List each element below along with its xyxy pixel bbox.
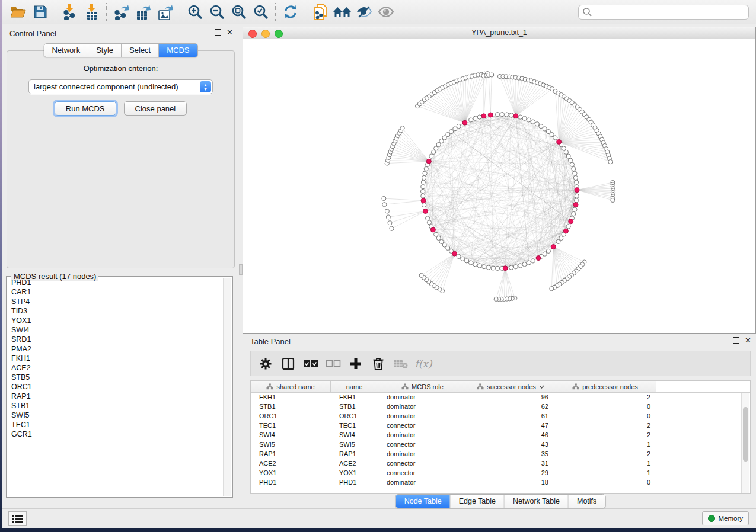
mcds-result-item[interactable]: SRD1 — [8, 335, 223, 344]
tab-network-table[interactable]: Network Table — [505, 495, 569, 508]
table-row[interactable]: SWI4SWI4dominator462 — [251, 431, 750, 440]
maximize-window-icon[interactable] — [275, 30, 283, 38]
table-body[interactable]: FKH1FKH1dominator962STB1STB1dominator620… — [251, 393, 750, 488]
close-window-icon[interactable] — [248, 30, 257, 38]
mcds-hub-node[interactable] — [488, 113, 493, 117]
zoom-fit-icon[interactable] — [228, 2, 250, 22]
mcds-hub-node[interactable] — [575, 188, 579, 193]
close-panel-icon[interactable]: ✕ — [227, 30, 233, 35]
tab-select[interactable]: Select — [122, 44, 159, 57]
optimization-criterion-dropdown[interactable]: largest connected component (undirected)… — [28, 79, 213, 94]
table-row[interactable]: STB1STB1dominator620 — [251, 402, 750, 412]
import-table-icon[interactable] — [81, 2, 103, 22]
tab-motifs[interactable]: Motifs — [569, 495, 605, 508]
mcds-hub-node[interactable] — [551, 245, 556, 249]
table-scrollbar[interactable] — [741, 393, 749, 493]
table-options-gear-icon[interactable] — [254, 355, 277, 373]
export-table-icon[interactable] — [132, 2, 154, 22]
mcds-result-list[interactable]: PHD1CAR1STP4TID3YOX1SWI4SRD1PMA2FKH1ACE2… — [8, 278, 223, 496]
table-scrollbar-thumb[interactable] — [743, 407, 748, 462]
float-panel-icon[interactable] — [215, 29, 221, 36]
mcds-result-item[interactable]: FKH1 — [8, 354, 223, 363]
refresh-view-icon[interactable] — [279, 2, 301, 22]
mcds-hub-node[interactable] — [452, 251, 457, 256]
new-network-from-selection-icon[interactable] — [309, 2, 331, 22]
mcds-hub-node[interactable] — [481, 114, 486, 118]
tab-node-table[interactable]: Node Table — [396, 495, 451, 508]
mcds-hub-node[interactable] — [573, 203, 578, 207]
add-column-icon[interactable] — [344, 355, 367, 373]
mcds-result-item[interactable]: PHD1 — [8, 278, 223, 287]
mcds-hub-node[interactable] — [536, 256, 541, 261]
table-row[interactable]: SWI5SWI5connector431 — [251, 440, 750, 450]
mcds-result-item[interactable]: STB5 — [8, 373, 223, 382]
table-row[interactable]: RAP1RAP1dominator352 — [251, 450, 750, 459]
tab-edge-table[interactable]: Edge Table — [451, 495, 505, 508]
tab-mcds[interactable]: MCDS — [159, 44, 197, 57]
open-session-icon[interactable] — [7, 2, 29, 22]
mcds-result-item[interactable]: STB1 — [8, 401, 223, 411]
mcds-hub-node[interactable] — [426, 159, 431, 164]
column-header-role[interactable]: MCDS role — [378, 381, 467, 392]
mcds-hub-node[interactable] — [557, 139, 562, 144]
column-header-shared_name[interactable]: shared name — [251, 381, 331, 392]
mcds-result-item[interactable]: TID3 — [8, 306, 223, 316]
column-header-predecessors[interactable]: predecessor nodes — [554, 381, 656, 392]
network-graph[interactable] — [243, 39, 755, 333]
mcds-result-scrollbar[interactable] — [223, 278, 231, 496]
tab-network[interactable]: Network — [44, 44, 88, 57]
mcds-hub-node[interactable] — [563, 229, 568, 233]
mcds-result-item[interactable]: ORC1 — [8, 382, 223, 392]
zoom-in-icon[interactable] — [184, 2, 206, 22]
table-row[interactable]: YOX1YOX1connector291 — [251, 469, 750, 478]
close-panel-button[interactable]: Close panel — [124, 101, 187, 116]
mcds-hub-node[interactable] — [421, 198, 426, 203]
minimize-window-icon[interactable] — [261, 30, 270, 38]
table-row[interactable]: TEC1TEC1connector472 — [251, 421, 750, 431]
column-header-name[interactable]: name — [331, 381, 378, 392]
mcds-hub-node[interactable] — [423, 209, 428, 214]
zoom-selected-icon[interactable] — [250, 2, 272, 22]
mcds-hub-node[interactable] — [503, 266, 508, 271]
float-panel-icon[interactable] — [733, 337, 739, 344]
mcds-hub-node[interactable] — [569, 219, 573, 224]
network-canvas[interactable] — [243, 39, 755, 333]
table-row[interactable]: ORC1ORC1dominator610 — [251, 412, 750, 421]
mcds-result-item[interactable]: ACE2 — [8, 363, 223, 373]
zoom-out-icon[interactable] — [206, 2, 228, 22]
table-row[interactable]: FKH1FKH1dominator962 — [251, 393, 750, 402]
select-all-icon[interactable] — [299, 355, 322, 373]
mcds-result-item[interactable]: GCR1 — [8, 430, 223, 439]
show-columns-icon[interactable] — [277, 355, 299, 373]
memory-button[interactable]: Memory — [702, 511, 749, 525]
export-network-icon[interactable] — [110, 2, 132, 22]
table-row[interactable]: ACE2ACE2connector311 — [251, 459, 750, 469]
deselect-all-icon[interactable] — [322, 355, 344, 373]
mcds-result-item[interactable]: TEC1 — [8, 420, 223, 430]
hide-selected-icon[interactable] — [353, 2, 375, 22]
mcds-result-item[interactable]: SWI5 — [8, 411, 223, 420]
search-input[interactable] — [592, 5, 748, 18]
close-panel-icon[interactable]: ✕ — [745, 338, 751, 343]
mcds-result-item[interactable]: RAP1 — [8, 392, 223, 401]
mcds-hub-node[interactable] — [430, 227, 435, 232]
column-header-successors[interactable]: successor nodes — [467, 381, 554, 392]
run-mcds-button[interactable]: Run MCDS — [55, 101, 116, 116]
table-cell-shared_name: ORC1 — [251, 412, 331, 421]
delete-column-icon[interactable] — [367, 355, 390, 373]
mcds-result-item[interactable]: PMA2 — [8, 344, 223, 354]
mcds-hub-node[interactable] — [462, 120, 467, 125]
task-history-button[interactable] — [8, 511, 27, 526]
mcds-result-item[interactable]: SWI4 — [8, 325, 223, 335]
tab-style[interactable]: Style — [88, 44, 122, 57]
search-box[interactable] — [578, 5, 749, 20]
mcds-hub-node[interactable] — [513, 114, 518, 118]
mcds-result-item[interactable]: YOX1 — [8, 316, 223, 325]
mcds-result-item[interactable]: STP4 — [8, 297, 223, 306]
select-first-neighbors-icon[interactable] — [331, 2, 353, 22]
save-session-icon[interactable] — [29, 2, 51, 22]
table-row[interactable]: PHD1PHD1dominator180 — [251, 478, 750, 488]
export-image-icon[interactable] — [154, 2, 176, 22]
mcds-result-item[interactable]: CAR1 — [8, 287, 223, 297]
import-network-icon[interactable] — [59, 2, 81, 22]
